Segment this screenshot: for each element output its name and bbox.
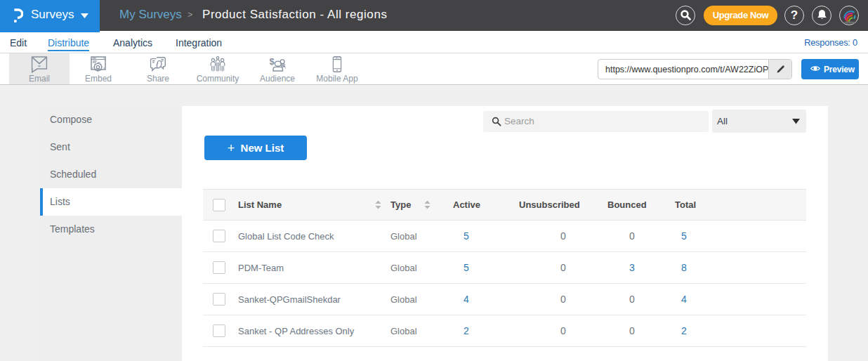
svg-text:$: $: [270, 56, 275, 67]
